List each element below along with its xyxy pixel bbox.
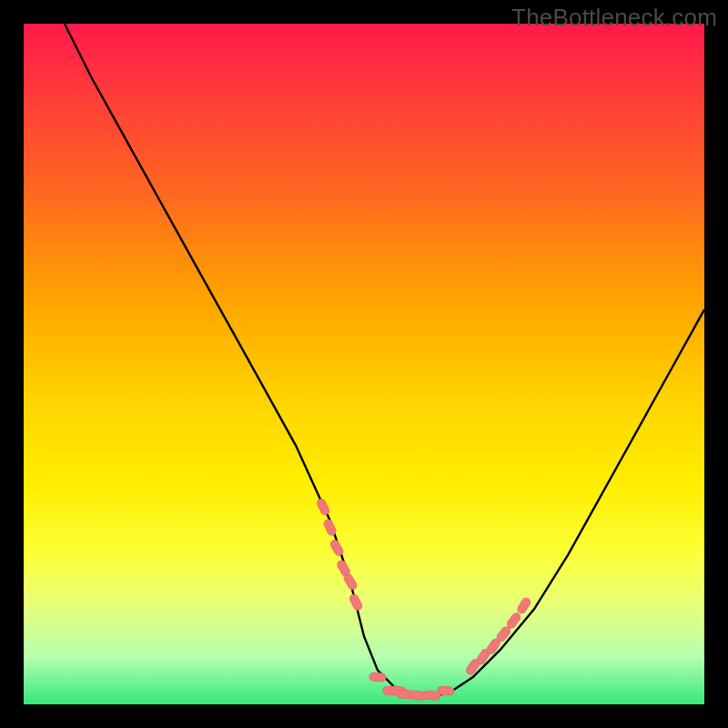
svg-rect-18 bbox=[516, 597, 531, 615]
chart-svg bbox=[24, 24, 704, 704]
svg-rect-5 bbox=[349, 593, 363, 612]
svg-rect-12 bbox=[437, 686, 454, 695]
chart-area bbox=[24, 24, 704, 704]
svg-rect-0 bbox=[316, 498, 330, 516]
svg-rect-6 bbox=[369, 672, 387, 682]
svg-rect-2 bbox=[329, 539, 345, 557]
bottleneck-curve bbox=[65, 24, 704, 698]
watermark-text: TheBottleneck.com bbox=[511, 4, 717, 32]
svg-rect-4 bbox=[343, 572, 359, 591]
data-markers bbox=[316, 498, 531, 701]
svg-rect-1 bbox=[323, 518, 338, 536]
